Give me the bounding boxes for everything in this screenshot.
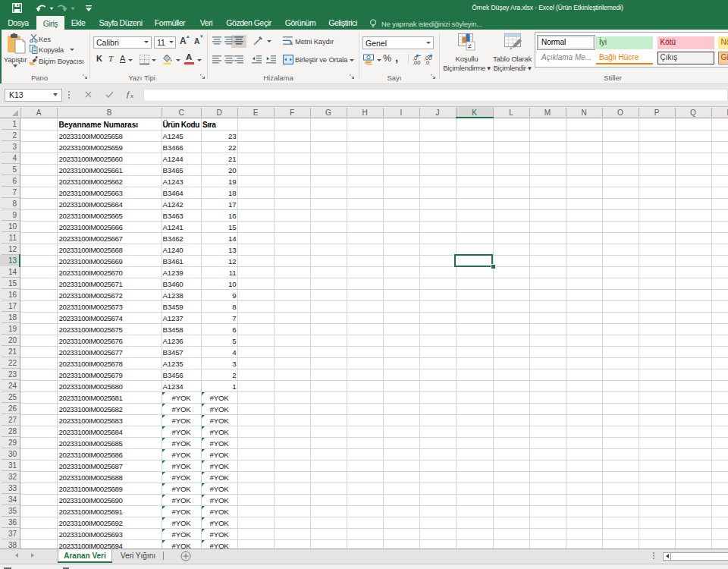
svg-text:≠: ≠ <box>468 42 472 50</box>
svg-text:,0: ,0 <box>425 59 429 64</box>
svg-text:,00: ,00 <box>413 59 420 64</box>
